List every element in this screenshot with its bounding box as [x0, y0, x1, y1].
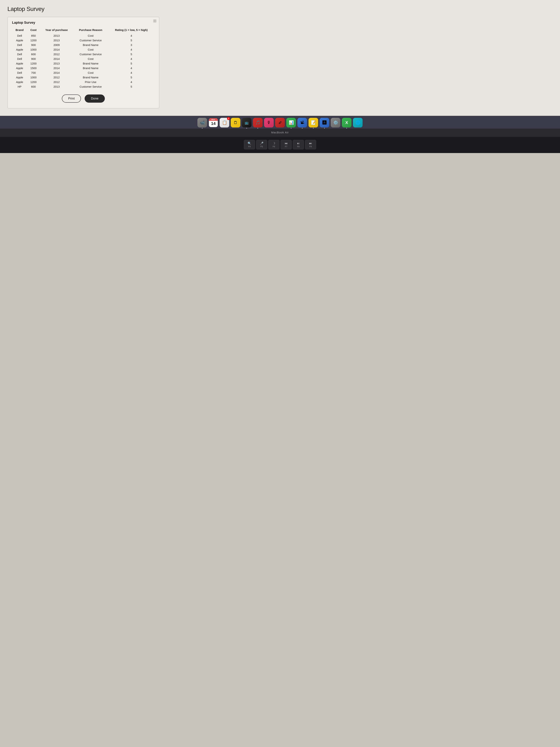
table-row: Dell8502013Cost4 [12, 33, 155, 38]
table-cell: 4 [108, 70, 155, 75]
dock-icon-browser[interactable]: 🌐 [353, 118, 363, 127]
table-cell: Dell [12, 52, 27, 56]
col-year: Year of purchase [40, 27, 73, 33]
table-row: Apple15002014Brand Name4 [12, 66, 155, 70]
table-cell: 3 [108, 43, 155, 47]
table-cell: 2013 [40, 61, 73, 66]
key-f5[interactable]: 🎤F5 [256, 140, 267, 149]
table-cell: 1000 [27, 75, 40, 80]
col-reason: Purchase Reason [73, 27, 108, 33]
svg-rect-3 [154, 21, 155, 22]
print-button[interactable]: Print [62, 95, 81, 103]
table-row: Dell6002012Customer Service5 [12, 52, 155, 56]
table-cell: HP [12, 84, 27, 89]
dock-icon-podcasts[interactable]: 🎙 [264, 118, 274, 127]
table-cell: 900 [27, 43, 40, 47]
dock-icon-reminders[interactable]: 📋4 [220, 118, 229, 127]
table-cell: Brand Name [73, 61, 108, 66]
table-cell: 4 [108, 80, 155, 84]
table-cell: Apple [12, 61, 27, 66]
table-row: HP6002013Customer Service5 [12, 84, 155, 89]
table-cell: Brand Name [73, 66, 108, 70]
col-brand: Brand [12, 27, 27, 33]
table-cell: Cost [73, 56, 108, 61]
table-cell: 5 [108, 52, 155, 56]
svg-rect-1 [155, 21, 156, 22]
table-cell: 2012 [40, 52, 73, 56]
key-f9[interactable]: ⏭F9 [305, 140, 316, 149]
key-f7[interactable]: ⏮F7 [281, 140, 292, 149]
table-cell: Cost [73, 33, 108, 38]
table-cell: 4 [108, 47, 155, 52]
done-button[interactable]: Done [85, 95, 105, 103]
table-cell: 1000 [27, 47, 40, 52]
resize-icon [153, 19, 157, 23]
table-row: Apple10002014Cost4 [12, 47, 155, 52]
col-cost: Cost [27, 27, 40, 33]
table-cell: Customer Service [73, 38, 108, 43]
table-cell: 600 [27, 52, 40, 56]
dock-icon-apple-tv[interactable]: 📺 [242, 118, 251, 127]
table-cell: 4 [108, 56, 155, 61]
dock-icon-keynote[interactable]: 📽 [297, 118, 307, 127]
table-cell: 1500 [27, 66, 40, 70]
table-cell: Brand Name [73, 43, 108, 47]
key-icon: 🔍 [247, 141, 251, 145]
svg-rect-0 [154, 20, 155, 21]
dock-icon-calendar[interactable]: MAY 14 [209, 118, 218, 127]
table-cell: Dell [12, 56, 27, 61]
table-cell: 1200 [27, 38, 40, 43]
table-cell: Apple [12, 38, 27, 43]
keyboard-row: 🔍F4🎤F5☽F6⏮F7⏯F8⏭F9 [0, 137, 560, 153]
dock-icon-system-prefs[interactable]: ⚙️ [331, 118, 340, 127]
table-cell: 1200 [27, 61, 40, 66]
table-cell: 900 [27, 56, 40, 61]
table-cell: 2014 [40, 47, 73, 52]
table-row: Apple12002013Brand Name5 [12, 61, 155, 66]
table-cell: 5 [108, 38, 155, 43]
table-row: Dell7002014Cost4 [12, 70, 155, 75]
table-cell: 4 [108, 66, 155, 70]
key-f4[interactable]: 🔍F4 [244, 140, 255, 149]
dock-icon-facetime[interactable]: 📹 [197, 118, 207, 127]
dock-icon-app-store[interactable]: 🅰 [320, 118, 329, 127]
table-cell: 850 [27, 33, 40, 38]
dialog-title: Laptop Survey [12, 21, 155, 25]
key-label: F7 [285, 146, 287, 148]
table-row: Dell9002014Cost4 [12, 56, 155, 61]
table-cell: Prior Use [73, 80, 108, 84]
dock-icon-excel[interactable]: X [342, 118, 351, 127]
table-cell: 2013 [40, 33, 73, 38]
key-f6[interactable]: ☽F6 [268, 140, 279, 149]
dock-icon-numbers[interactable]: 📊 [286, 118, 296, 127]
dock-icon-notes[interactable]: 🗒 [231, 118, 240, 127]
key-label: F8 [297, 146, 300, 148]
table-cell: 2014 [40, 70, 73, 75]
table-cell: 2013 [40, 84, 73, 89]
key-icon: ⏭ [309, 142, 312, 145]
table-cell: Apple [12, 80, 27, 84]
table-cell: 700 [27, 70, 40, 75]
table-cell: 2014 [40, 66, 73, 70]
table-cell: Apple [12, 75, 27, 80]
table-cell: 600 [27, 84, 40, 89]
dock-icon-music[interactable]: 🎵 [253, 118, 263, 127]
key-icon: ⏯ [297, 142, 300, 145]
macbook-bottom: MacBook Air [0, 129, 560, 137]
table-header-row: Brand Cost Year of purchase Purchase Rea… [12, 27, 155, 33]
table-row: Apple12002012Prior Use4 [12, 80, 155, 84]
dock-icon-pages[interactable]: 📝 [309, 118, 318, 127]
table-row: Apple12002013Customer Service5 [12, 38, 155, 43]
dock-icon-news[interactable]: 🗞 [275, 118, 285, 127]
survey-table: Brand Cost Year of purchase Purchase Rea… [12, 27, 155, 89]
table-cell: 1200 [27, 80, 40, 84]
table-cell: 2013 [40, 38, 73, 43]
col-rating: Rating (1 = low, 5 = high) [108, 27, 155, 33]
table-cell: Apple [12, 66, 27, 70]
key-icon: 🎤 [260, 141, 264, 145]
table-cell: Cost [73, 70, 108, 75]
table-cell: 5 [108, 61, 155, 66]
table-cell: Customer Service [73, 52, 108, 56]
key-f8[interactable]: ⏯F8 [293, 140, 304, 149]
table-cell: 2012 [40, 75, 73, 80]
